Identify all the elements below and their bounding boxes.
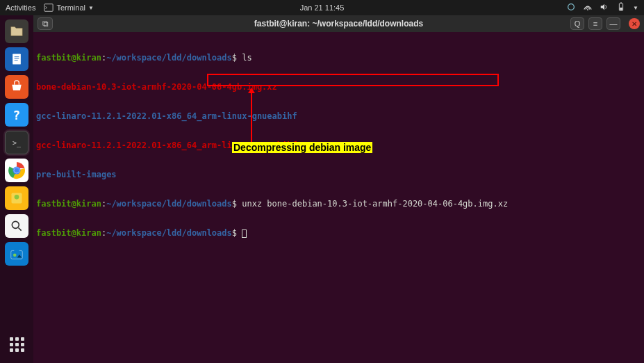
svg-point-1	[568, 4, 575, 10]
software-app-icon[interactable]	[5, 75, 28, 99]
svg-point-2	[587, 9, 588, 10]
svg-rect-6	[13, 54, 21, 65]
svg-rect-19	[14, 249, 19, 252]
terminal-line: fastbit@kiran:~/workspace/ldd/downloads$…	[36, 53, 641, 63]
annotation-arrow-icon	[251, 93, 252, 142]
system-menu-chevron-icon[interactable]: ▼	[633, 5, 638, 11]
new-tab-button[interactable]: ⧉	[38, 17, 53, 30]
show-apps-button[interactable]	[5, 332, 28, 356]
search-app-icon[interactable]	[5, 214, 28, 238]
terminal-line: fastbit@kiran:~/workspace/ldd/downloads$	[36, 228, 641, 238]
help-app-icon[interactable]: ?	[5, 103, 28, 127]
svg-line-17	[19, 228, 22, 231]
terminal-line: gcc-linaro-11.2.1-2022.01-x86_64_arm-lin…	[36, 111, 641, 121]
terminal-window: ⧉ fastbit@kiran: ~/workspace/ldd/downloa…	[33, 15, 644, 363]
activities-button[interactable]: Activities	[6, 3, 35, 12]
terminal-line: fastbit@kiran:~/workspace/ldd/downloads$…	[36, 199, 641, 209]
window-title: fastbit@kiran: ~/workspace/ldd/downloads	[254, 19, 423, 29]
panel-datetime[interactable]: Jan 21 11:45	[300, 3, 345, 12]
svg-rect-5	[620, 8, 622, 10]
close-button[interactable]: ✕	[629, 18, 640, 29]
battery-icon[interactable]	[616, 2, 626, 13]
chrome-app-icon[interactable]	[5, 159, 28, 182]
annotation-highlight-box	[207, 74, 499, 86]
minimize-button[interactable]: —	[606, 17, 620, 30]
terminal-panel-icon	[44, 3, 53, 13]
app-menu-label: Terminal	[56, 3, 85, 12]
files-app-icon[interactable]	[5, 19, 28, 43]
svg-rect-4	[620, 2, 622, 3]
svg-rect-18	[11, 250, 23, 259]
annotation-arrow-icon	[248, 88, 255, 93]
titlebar-search-button[interactable]: Q	[570, 17, 584, 30]
terminal-body[interactable]: fastbit@kiran:~/workspace/ldd/downloads$…	[33, 32, 644, 363]
notification-icon[interactable]	[566, 2, 576, 13]
terminal-app-icon[interactable]: >_	[5, 131, 28, 154]
document-app-icon[interactable]	[5, 47, 28, 71]
svg-point-20	[13, 254, 17, 257]
hamburger-menu-button[interactable]: ≡	[588, 17, 602, 30]
svg-rect-0	[44, 4, 53, 12]
chevron-down-icon: ▼	[88, 5, 94, 11]
annotation-label: Decompressing debian image	[232, 142, 372, 153]
top-panel: Activities Terminal ▼ Jan 21 11:45 ▼	[0, 0, 644, 15]
svg-point-16	[12, 221, 19, 228]
screenshot-app-icon[interactable]	[5, 242, 28, 266]
cursor	[242, 229, 247, 238]
terminal-line: pre-built-images	[36, 170, 641, 179]
volume-icon[interactable]	[600, 2, 609, 13]
notes-app-icon[interactable]	[5, 186, 28, 210]
launcher: ? >_	[0, 15, 33, 363]
titlebar: ⧉ fastbit@kiran: ~/workspace/ldd/downloa…	[33, 15, 644, 32]
app-menu[interactable]: Terminal ▼	[44, 3, 94, 13]
svg-point-15	[15, 195, 19, 200]
network-icon[interactable]	[583, 2, 593, 13]
svg-point-13	[14, 168, 19, 173]
